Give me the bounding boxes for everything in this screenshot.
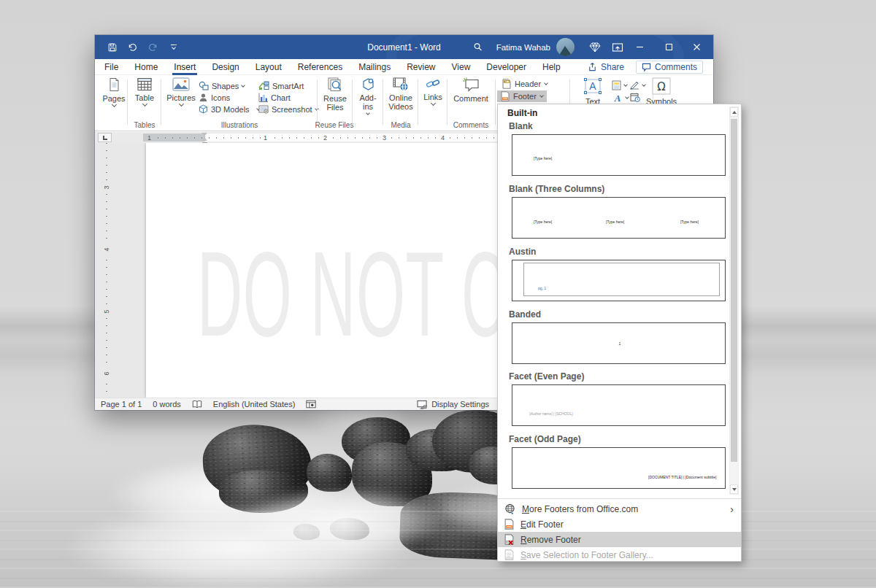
gallery-item-label: Banded (509, 309, 541, 320)
tab-developer[interactable]: Developer (478, 59, 534, 75)
new-comment-button[interactable]: Comment (451, 77, 491, 103)
quick-access-toolbar (95, 42, 179, 53)
undo-button[interactable] (127, 42, 138, 53)
macro-recording-icon[interactable] (306, 400, 316, 409)
menu-item-edit-footer[interactable]: Edit Footer (498, 517, 741, 532)
share-icon (588, 62, 597, 71)
gallery-item-blank[interactable]: [Type here] (512, 134, 726, 176)
icons-icon (199, 93, 208, 102)
customize-quick-access-icon[interactable] (168, 42, 179, 53)
shapes-icon (199, 81, 209, 90)
gallery-item-austin[interactable]: pg. 1 (512, 260, 726, 301)
scrollbar-thumb[interactable] (731, 119, 737, 462)
icons-button[interactable]: Icons (199, 92, 230, 103)
tab-review[interactable]: Review (399, 59, 443, 75)
date-time-button[interactable] (630, 92, 640, 103)
group-label-tables: Tables (128, 121, 161, 129)
display-settings-icon (417, 400, 428, 409)
tab-home[interactable]: Home (126, 59, 166, 75)
ruler-number: 5 (103, 306, 110, 317)
ruler-number: 4 (439, 134, 446, 142)
tab-references[interactable]: References (290, 59, 350, 75)
minimize-button[interactable] (629, 35, 650, 59)
word-count[interactable]: 0 words (153, 400, 181, 409)
vertical-ruler[interactable]: 3 4 5 6 (101, 143, 112, 398)
gallery-item-facet-odd[interactable]: [DOCUMENT TITLE] | [Document subtitle] (512, 447, 726, 489)
gallery-item-banded[interactable]: 1 (512, 322, 726, 364)
pictures-button[interactable]: Pictures (165, 77, 197, 106)
user-name[interactable]: Fatima Wahab (496, 43, 550, 52)
maximize-button[interactable] (658, 35, 680, 59)
remove-footer-icon (504, 534, 514, 545)
menu-item-save-selection[interactable]: Save Selection to Footer Gallery... (498, 547, 741, 562)
group-label-illustrations: Illustrations (164, 121, 315, 129)
ruler-number: 6 (103, 368, 110, 379)
close-button[interactable] (685, 35, 707, 59)
3d-models-button[interactable]: 3D Models (199, 104, 260, 115)
pages-button[interactable]: Pages (101, 77, 127, 107)
screenshot-button[interactable]: Screenshot (258, 104, 318, 115)
avatar[interactable] (556, 38, 575, 56)
gallery-item-blank-three-columns[interactable]: [Type here] [Type here] [Type here] (512, 197, 726, 239)
signature-line-button[interactable] (629, 80, 645, 90)
tab-design[interactable]: Design (204, 59, 247, 75)
header-button[interactable]: Header (499, 78, 551, 90)
comments-button[interactable]: Comments (636, 61, 703, 74)
smartart-button[interactable]: SmartArt (258, 80, 304, 91)
display-settings-button[interactable]: Display Settings (417, 400, 489, 409)
ribbon-display-options-icon[interactable] (612, 42, 623, 53)
gallery-scrollbar[interactable] (729, 107, 739, 495)
quick-parts-button[interactable] (612, 80, 627, 90)
online-videos-button[interactable]: Online Videos (385, 77, 417, 111)
text-box-button[interactable]: A Text (577, 77, 609, 106)
table-button[interactable]: Table (131, 77, 158, 106)
first-line-indent-marker[interactable] (201, 133, 207, 136)
ruler-number: 1 (262, 134, 269, 142)
share-button[interactable]: Share (588, 62, 624, 72)
text-box-icon: A (583, 77, 602, 95)
group-label-reuse-files: Reuse Files (312, 121, 356, 129)
menu-item-remove-footer[interactable]: Remove Footer (498, 532, 741, 547)
redo-button[interactable] (147, 42, 158, 53)
tab-view[interactable]: View (444, 59, 479, 75)
omega-icon: Ω (652, 77, 671, 95)
hanging-indent-marker[interactable] (201, 137, 207, 141)
symbols-button[interactable]: Ω Symbols (645, 77, 677, 106)
add-ins-button[interactable]: Add-ins (355, 77, 381, 115)
water-streaks (0, 511, 876, 588)
rock (307, 454, 352, 492)
shapes-button[interactable]: Shapes (199, 80, 245, 91)
save-icon[interactable] (107, 42, 118, 53)
ruler-number: 3 (103, 182, 110, 193)
links-button[interactable]: Links (420, 77, 445, 105)
tab-mailings[interactable]: Mailings (350, 59, 399, 75)
tab-file[interactable]: File (96, 59, 126, 75)
date-time-icon (630, 93, 640, 102)
tab-selector[interactable] (98, 133, 112, 142)
gallery-item-facet-even[interactable]: [Author name] | [SCHOOL] (512, 384, 726, 426)
svg-text:A: A (614, 93, 621, 102)
scroll-up-button[interactable] (730, 107, 738, 117)
menu-item-more-footers[interactable]: More Footers from Office.com › (498, 501, 741, 517)
tab-help[interactable]: Help (534, 59, 569, 75)
page-indicator[interactable]: Page 1 of 1 (101, 400, 142, 409)
footer-button[interactable]: Footer (497, 90, 547, 102)
tab-bar-right: Share Comments (588, 61, 713, 74)
scroll-down-button[interactable] (730, 484, 738, 494)
search-icon[interactable] (472, 42, 483, 53)
screenshot-icon (258, 105, 269, 114)
whats-new-gem-icon[interactable] (589, 42, 600, 53)
proofing-icon[interactable] (192, 400, 202, 409)
tab-insert[interactable]: Insert (166, 59, 204, 75)
add-ins-icon (361, 77, 375, 91)
edit-footer-icon (504, 519, 514, 530)
gallery-section-header: Built-in (507, 108, 537, 118)
chart-icon (258, 93, 268, 102)
wordart-button[interactable]: A (612, 92, 629, 103)
3d-cube-icon (199, 104, 208, 115)
reuse-files-button[interactable]: Reuse Files (318, 77, 352, 112)
language-indicator[interactable]: English (United States) (213, 400, 296, 409)
chart-button[interactable]: Chart (258, 92, 291, 103)
tab-layout[interactable]: Layout (247, 59, 290, 75)
link-icon (426, 77, 440, 90)
